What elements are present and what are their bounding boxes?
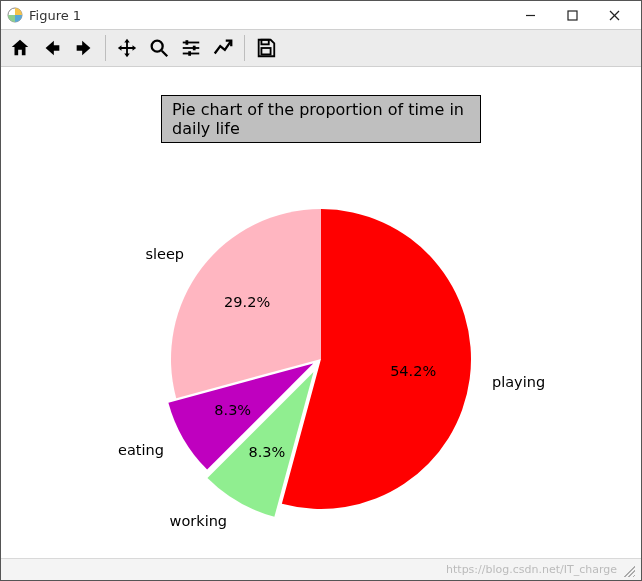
resize-grip[interactable] [621,563,635,577]
svg-rect-12 [188,51,191,56]
forward-button[interactable] [69,33,99,63]
pie-chart: 54.2%playing8.3%working8.3%eating29.2%sl… [151,189,491,529]
status-bar: https://blog.csdn.net/IT_charge [1,558,641,580]
save-icon [255,37,277,59]
svg-rect-10 [193,46,196,51]
move-icon [116,37,138,59]
slice-label-playing: playing [492,374,545,390]
titlebar: Figure 1 [1,1,641,29]
app-icon [7,7,23,23]
figure-canvas[interactable]: Pie chart of the proportion of time in d… [1,67,641,558]
svg-line-6 [162,51,168,57]
toolbar [1,29,641,67]
sliders-icon [180,37,202,59]
close-button[interactable] [593,3,635,27]
separator [105,35,106,61]
zoom-button[interactable] [144,33,174,63]
edit-axes-button[interactable] [208,33,238,63]
arrow-right-icon [73,37,95,59]
chart-title: Pie chart of the proportion of time in d… [161,95,481,143]
watermark-text: https://blog.csdn.net/IT_charge [446,563,617,576]
back-button[interactable] [37,33,67,63]
slice-label-eating: eating [118,442,164,458]
line-chart-icon [212,37,234,59]
pct-label-working: 8.3% [248,444,285,460]
minimize-button[interactable] [509,3,551,27]
window-title: Figure 1 [29,8,81,23]
arrow-left-icon [41,37,63,59]
pct-label-eating: 8.3% [214,402,251,418]
svg-rect-8 [186,40,189,45]
slice-label-sleep: sleep [145,246,184,262]
slice-label-working: working [170,513,228,529]
pan-button[interactable] [112,33,142,63]
home-icon [9,37,31,59]
app-window: Figure 1 [0,0,642,581]
svg-rect-13 [261,40,268,45]
zoom-icon [148,37,170,59]
maximize-button[interactable] [551,3,593,27]
pct-label-playing: 54.2% [390,363,436,379]
pct-label-sleep: 29.2% [224,294,270,310]
home-button[interactable] [5,33,35,63]
close-icon [609,10,620,21]
svg-point-5 [152,41,163,52]
svg-rect-14 [261,48,270,54]
minimize-icon [525,10,536,21]
maximize-icon [567,10,578,21]
configure-subplots-button[interactable] [176,33,206,63]
save-button[interactable] [251,33,281,63]
pie-svg [151,189,491,529]
svg-rect-2 [568,11,577,20]
separator [244,35,245,61]
